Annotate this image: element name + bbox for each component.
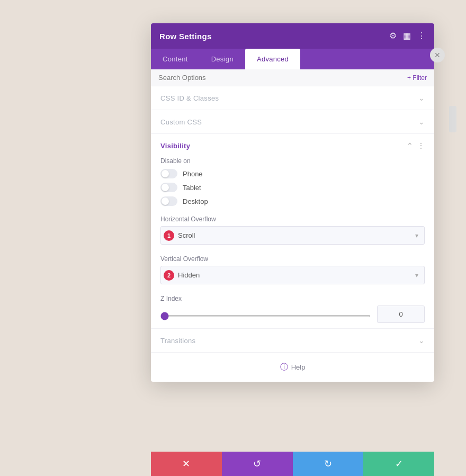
- toggle-group: Phone Tablet Desktop: [151, 169, 434, 206]
- z-index-slider[interactable]: [160, 315, 371, 317]
- modal-header: Row Settings ⚙ ▦ ⋮: [151, 23, 434, 49]
- desktop-toggle[interactable]: [160, 196, 177, 206]
- tab-advanced[interactable]: Advanced: [245, 49, 300, 69]
- horizontal-overflow-group: Horizontal Overflow 1 Scroll Hidden Visi…: [151, 210, 434, 250]
- css-id-title: CSS ID & Classes: [160, 94, 219, 102]
- reset-button[interactable]: ↺: [222, 452, 293, 476]
- vertical-overflow-select[interactable]: Hidden Scroll Visible Auto: [160, 266, 425, 284]
- transitions-header[interactable]: Transitions ⌄: [151, 329, 434, 352]
- transitions-title: Transitions: [160, 337, 195, 345]
- z-index-slider-wrapper: [160, 310, 371, 319]
- visibility-collapse-icon[interactable]: ⌃: [407, 141, 413, 150]
- modal-title: Row Settings: [159, 32, 212, 41]
- bottom-toolbar: ✕ ↺ ↻ ✓: [151, 452, 434, 476]
- outside-close-button[interactable]: ✕: [430, 48, 445, 62]
- css-id-arrow: ⌄: [418, 94, 425, 102]
- more-icon[interactable]: ⋮: [417, 32, 426, 40]
- visibility-controls: ⌃ ⋮: [407, 141, 425, 150]
- custom-css-header[interactable]: Custom CSS ⌄: [151, 110, 434, 133]
- transitions-arrow: ⌄: [418, 336, 425, 345]
- help-label[interactable]: Help: [291, 363, 306, 371]
- cancel-button[interactable]: ✕: [151, 452, 222, 476]
- search-bar: + Filter: [151, 69, 434, 86]
- horizontal-badge: 1: [164, 230, 174, 241]
- z-index-row: 0: [160, 306, 425, 323]
- toggle-desktop: Desktop: [160, 196, 425, 206]
- visibility-section: Visibility ⌃ ⋮ Disable on Phone Tablet D…: [151, 134, 434, 328]
- vertical-overflow-group: Vertical Overflow 2 Hidden Scroll Visibl…: [151, 250, 434, 290]
- tab-content[interactable]: Content: [151, 49, 200, 69]
- vertical-badge: 2: [164, 270, 174, 281]
- tablet-toggle[interactable]: [160, 183, 177, 192]
- tab-design[interactable]: Design: [200, 49, 245, 69]
- visibility-header[interactable]: Visibility ⌃ ⋮: [151, 134, 434, 157]
- redo-button[interactable]: ↻: [293, 452, 364, 476]
- header-icons: ⚙ ▦ ⋮: [389, 32, 426, 40]
- visibility-more-icon[interactable]: ⋮: [417, 141, 425, 150]
- help-icon: ⓘ: [280, 362, 288, 372]
- help-section: ⓘ Help: [151, 353, 434, 382]
- z-index-input[interactable]: 0: [377, 306, 425, 323]
- custom-css-section: Custom CSS ⌄: [151, 110, 434, 134]
- phone-label: Phone: [183, 170, 203, 178]
- tablet-label: Tablet: [183, 184, 201, 192]
- horizontal-overflow-wrapper: 1 Scroll Hidden Visible Auto ▾: [160, 226, 425, 245]
- visibility-title: Visibility: [160, 142, 190, 150]
- disable-on-label: Disable on: [151, 157, 434, 165]
- phone-toggle[interactable]: [160, 169, 177, 178]
- custom-css-title: Custom CSS: [160, 118, 202, 126]
- toggle-tablet: Tablet: [160, 183, 425, 192]
- vertical-overflow-label: Vertical Overflow: [160, 255, 425, 263]
- vertical-select-wrapper: Hidden Scroll Visible Auto ▾: [160, 266, 425, 284]
- toggle-phone: Phone: [160, 169, 425, 178]
- horizontal-overflow-select[interactable]: Scroll Hidden Visible Auto: [160, 226, 425, 245]
- custom-css-arrow: ⌄: [418, 118, 425, 126]
- desktop-label: Desktop: [183, 197, 208, 205]
- row-settings-modal: Row Settings ⚙ ▦ ⋮ Content Design Advanc…: [151, 23, 434, 382]
- transitions-section: Transitions ⌄: [151, 328, 434, 353]
- z-index-group: Z Index 0: [151, 290, 434, 328]
- settings-icon[interactable]: ⚙: [389, 32, 397, 40]
- horizontal-select-wrapper: Scroll Hidden Visible Auto ▾: [160, 226, 425, 245]
- search-input[interactable]: [158, 74, 407, 82]
- z-index-label: Z Index: [160, 295, 425, 302]
- layout-icon[interactable]: ▦: [403, 32, 411, 40]
- css-id-section: CSS ID & Classes ⌄: [151, 86, 434, 110]
- horizontal-overflow-label: Horizontal Overflow: [160, 215, 425, 223]
- vertical-overflow-wrapper: 2 Hidden Scroll Visible Auto ▾: [160, 266, 425, 284]
- close-icon: ✕: [434, 51, 441, 59]
- save-button[interactable]: ✓: [363, 452, 434, 476]
- right-edge-tab: [449, 106, 456, 132]
- css-id-header[interactable]: CSS ID & Classes ⌄: [151, 86, 434, 110]
- tabs-bar: Content Design Advanced: [151, 49, 434, 69]
- filter-button[interactable]: + Filter: [407, 74, 427, 82]
